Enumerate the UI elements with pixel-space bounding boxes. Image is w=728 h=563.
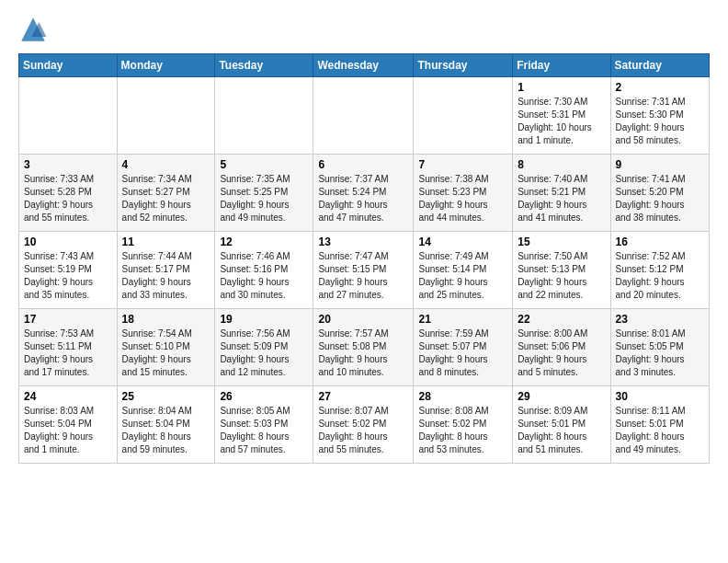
day-number: 18: [122, 313, 210, 326]
day-cell: 17Sunrise: 7:53 AM Sunset: 5:11 PM Dayli…: [19, 309, 118, 386]
day-cell: 26Sunrise: 8:05 AM Sunset: 5:03 PM Dayli…: [215, 386, 313, 464]
day-number: 30: [616, 390, 704, 403]
day-number: 1: [518, 81, 605, 94]
day-cell: 4Sunrise: 7:34 AM Sunset: 5:27 PM Daylig…: [117, 155, 215, 232]
day-number: 8: [518, 158, 605, 171]
day-info: Sunrise: 7:56 AM Sunset: 5:09 PM Dayligh…: [220, 327, 308, 379]
day-cell: [117, 77, 215, 155]
week-row-2: 3Sunrise: 7:33 AM Sunset: 5:28 PM Daylig…: [19, 155, 710, 232]
day-cell: [313, 77, 414, 155]
day-number: 16: [616, 236, 704, 248]
day-info: Sunrise: 7:43 AM Sunset: 5:19 PM Dayligh…: [24, 250, 112, 302]
weekday-header-sunday: Sunday: [19, 54, 118, 77]
day-number: 20: [318, 313, 408, 326]
day-cell: 14Sunrise: 7:49 AM Sunset: 5:14 PM Dayli…: [414, 232, 513, 309]
day-cell: [19, 77, 118, 155]
day-cell: 27Sunrise: 8:07 AM Sunset: 5:02 PM Dayli…: [313, 386, 414, 464]
day-number: 19: [220, 313, 308, 326]
day-cell: [414, 77, 513, 155]
day-cell: 28Sunrise: 8:08 AM Sunset: 5:02 PM Dayli…: [414, 386, 513, 464]
weekday-header-wednesday: Wednesday: [313, 54, 414, 77]
day-cell: 7Sunrise: 7:38 AM Sunset: 5:23 PM Daylig…: [414, 155, 513, 232]
day-number: 14: [418, 236, 507, 248]
day-info: Sunrise: 8:01 AM Sunset: 5:05 PM Dayligh…: [616, 327, 704, 379]
day-info: Sunrise: 8:07 AM Sunset: 5:02 PM Dayligh…: [318, 405, 408, 456]
day-cell: 22Sunrise: 8:00 AM Sunset: 5:06 PM Dayli…: [513, 309, 610, 386]
day-cell: [215, 77, 313, 155]
day-info: Sunrise: 7:46 AM Sunset: 5:16 PM Dayligh…: [220, 250, 308, 302]
day-number: 10: [24, 236, 112, 248]
day-number: 12: [220, 236, 308, 248]
day-number: 27: [318, 390, 408, 403]
day-info: Sunrise: 7:34 AM Sunset: 5:27 PM Dayligh…: [122, 173, 210, 224]
day-cell: 11Sunrise: 7:44 AM Sunset: 5:17 PM Dayli…: [117, 232, 215, 309]
day-info: Sunrise: 7:38 AM Sunset: 5:23 PM Dayligh…: [418, 173, 507, 224]
day-number: 24: [24, 390, 112, 403]
week-row-5: 24Sunrise: 8:03 AM Sunset: 5:04 PM Dayli…: [19, 386, 710, 464]
day-cell: 15Sunrise: 7:50 AM Sunset: 5:13 PM Dayli…: [513, 232, 610, 309]
day-cell: 24Sunrise: 8:03 AM Sunset: 5:04 PM Dayli…: [19, 386, 118, 464]
day-info: Sunrise: 8:05 AM Sunset: 5:03 PM Dayligh…: [220, 405, 308, 456]
week-row-1: 1Sunrise: 7:30 AM Sunset: 5:31 PM Daylig…: [19, 77, 710, 155]
day-number: 29: [518, 390, 605, 403]
day-info: Sunrise: 7:57 AM Sunset: 5:08 PM Dayligh…: [318, 327, 408, 379]
week-row-3: 10Sunrise: 7:43 AM Sunset: 5:19 PM Dayli…: [19, 232, 710, 309]
day-info: Sunrise: 8:00 AM Sunset: 5:06 PM Dayligh…: [518, 327, 605, 379]
day-info: Sunrise: 8:11 AM Sunset: 5:01 PM Dayligh…: [616, 405, 704, 456]
weekday-header-saturday: Saturday: [610, 54, 709, 77]
day-info: Sunrise: 7:30 AM Sunset: 5:31 PM Dayligh…: [518, 96, 605, 147]
day-number: 22: [518, 313, 605, 326]
day-number: 21: [418, 313, 507, 326]
day-info: Sunrise: 8:03 AM Sunset: 5:04 PM Dayligh…: [24, 405, 112, 456]
day-info: Sunrise: 7:52 AM Sunset: 5:12 PM Dayligh…: [616, 250, 704, 302]
day-info: Sunrise: 7:40 AM Sunset: 5:21 PM Dayligh…: [518, 173, 605, 224]
day-info: Sunrise: 7:49 AM Sunset: 5:14 PM Dayligh…: [418, 250, 507, 302]
day-number: 15: [518, 236, 605, 248]
day-info: Sunrise: 7:53 AM Sunset: 5:11 PM Dayligh…: [24, 327, 112, 379]
day-cell: 6Sunrise: 7:37 AM Sunset: 5:24 PM Daylig…: [313, 155, 414, 232]
day-cell: 3Sunrise: 7:33 AM Sunset: 5:28 PM Daylig…: [19, 155, 118, 232]
logo-icon: [18, 15, 48, 44]
weekday-header-tuesday: Tuesday: [215, 54, 313, 77]
day-cell: 18Sunrise: 7:54 AM Sunset: 5:10 PM Dayli…: [117, 309, 215, 386]
calendar-header: SundayMondayTuesdayWednesdayThursdayFrid…: [19, 54, 710, 77]
day-number: 3: [24, 158, 112, 171]
day-number: 9: [616, 158, 704, 171]
day-info: Sunrise: 7:41 AM Sunset: 5:20 PM Dayligh…: [616, 173, 704, 224]
day-info: Sunrise: 7:54 AM Sunset: 5:10 PM Dayligh…: [122, 327, 210, 379]
day-info: Sunrise: 7:47 AM Sunset: 5:15 PM Dayligh…: [318, 250, 408, 302]
day-cell: 2Sunrise: 7:31 AM Sunset: 5:30 PM Daylig…: [610, 77, 709, 155]
day-info: Sunrise: 7:31 AM Sunset: 5:30 PM Dayligh…: [616, 96, 704, 147]
day-number: 11: [122, 236, 210, 248]
day-cell: 16Sunrise: 7:52 AM Sunset: 5:12 PM Dayli…: [610, 232, 709, 309]
day-info: Sunrise: 8:04 AM Sunset: 5:04 PM Dayligh…: [122, 405, 210, 456]
day-info: Sunrise: 8:08 AM Sunset: 5:02 PM Dayligh…: [418, 405, 507, 456]
day-cell: 21Sunrise: 7:59 AM Sunset: 5:07 PM Dayli…: [414, 309, 513, 386]
day-cell: 9Sunrise: 7:41 AM Sunset: 5:20 PM Daylig…: [610, 155, 709, 232]
header: [18, 15, 710, 44]
calendar: SundayMondayTuesdayWednesdayThursdayFrid…: [18, 53, 710, 464]
week-row-4: 17Sunrise: 7:53 AM Sunset: 5:11 PM Dayli…: [19, 309, 710, 386]
day-cell: 25Sunrise: 8:04 AM Sunset: 5:04 PM Dayli…: [117, 386, 215, 464]
day-cell: 5Sunrise: 7:35 AM Sunset: 5:25 PM Daylig…: [215, 155, 313, 232]
day-number: 7: [418, 158, 507, 171]
day-number: 23: [616, 313, 704, 326]
day-number: 28: [418, 390, 507, 403]
day-number: 17: [24, 313, 112, 326]
day-cell: 20Sunrise: 7:57 AM Sunset: 5:08 PM Dayli…: [313, 309, 414, 386]
day-number: 26: [220, 390, 308, 403]
day-info: Sunrise: 8:09 AM Sunset: 5:01 PM Dayligh…: [518, 405, 605, 456]
calendar-body: 1Sunrise: 7:30 AM Sunset: 5:31 PM Daylig…: [19, 77, 710, 464]
weekday-header-monday: Monday: [117, 54, 215, 77]
weekday-header-thursday: Thursday: [414, 54, 513, 77]
day-info: Sunrise: 7:59 AM Sunset: 5:07 PM Dayligh…: [418, 327, 507, 379]
day-cell: 23Sunrise: 8:01 AM Sunset: 5:05 PM Dayli…: [610, 309, 709, 386]
day-number: 25: [122, 390, 210, 403]
day-cell: 12Sunrise: 7:46 AM Sunset: 5:16 PM Dayli…: [215, 232, 313, 309]
weekday-header-friday: Friday: [513, 54, 610, 77]
day-cell: 8Sunrise: 7:40 AM Sunset: 5:21 PM Daylig…: [513, 155, 610, 232]
day-cell: 29Sunrise: 8:09 AM Sunset: 5:01 PM Dayli…: [513, 386, 610, 464]
day-info: Sunrise: 7:44 AM Sunset: 5:17 PM Dayligh…: [122, 250, 210, 302]
weekday-row: SundayMondayTuesdayWednesdayThursdayFrid…: [19, 54, 710, 77]
day-number: 6: [318, 158, 408, 171]
